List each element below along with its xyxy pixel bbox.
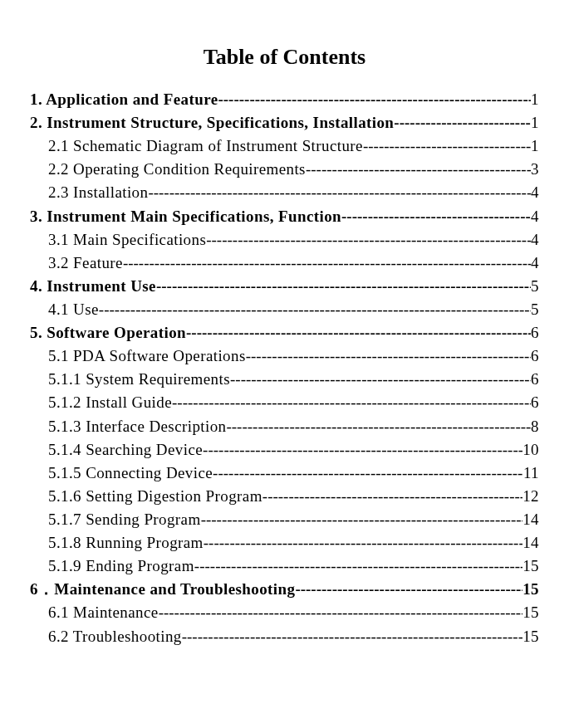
toc-entry: 5.1.4 Searching Device -----------------… (30, 438, 539, 462)
toc-entry-page: 14 (522, 508, 539, 531)
toc-entry-page: 1 (531, 134, 539, 158)
toc-entry-page: 6 (531, 344, 539, 368)
toc-entry-label: 3. Instrument Main Specifications, Funct… (30, 205, 341, 228)
toc-entry-label: 5.1.3 Interface Description (48, 415, 226, 438)
page-title: Table of Contents (30, 45, 539, 70)
toc-entry: 3. Instrument Main Specifications, Funct… (30, 205, 539, 228)
toc-entry-label: 2.3 Installation (48, 181, 148, 204)
toc-leader: ----------------------------------------… (213, 462, 523, 485)
toc-leader: ----------------------------------------… (394, 111, 531, 134)
toc-entry: 4.1 Use --------------------------------… (30, 298, 539, 321)
toc-entry: 5.1.5 Connecting Device ----------------… (30, 462, 539, 485)
toc-entry-page: 1 (531, 88, 539, 111)
toc-entry: 4. Instrument Use ----------------------… (30, 275, 539, 298)
toc-leader: ----------------------------------------… (246, 344, 531, 368)
toc-leader: ----------------------------------------… (204, 531, 522, 555)
toc-entry-page: 15 (522, 555, 539, 578)
toc-leader: ----------------------------------------… (206, 228, 531, 252)
toc-entry-page: 4 (531, 228, 539, 252)
toc-entry-page: 6 (531, 391, 539, 414)
toc-entry: 3.2 Feature ----------------------------… (30, 252, 539, 275)
toc-entry-label: 6.1 Maintenance (48, 601, 159, 624)
toc-entry-label: 5.1 PDA Software Operations (48, 344, 246, 368)
toc-leader: ----------------------------------------… (203, 438, 522, 462)
toc-leader: ----------------------------------------… (363, 134, 531, 158)
toc-entry-label: 2.1 Schematic Diagram of Instrument Stru… (48, 134, 363, 158)
toc-entry: 2. Instrument Structure, Specifications,… (30, 111, 539, 134)
toc-entry: 5.1.3 Interface Description ------------… (30, 415, 539, 438)
toc-entry: 5.1.9 Ending Program -------------------… (30, 555, 539, 578)
toc-leader: ----------------------------------------… (201, 508, 523, 531)
toc-entry-page: 5 (531, 298, 539, 321)
toc-entry: 2.2 Operating Condition Requirements ---… (30, 158, 539, 181)
toc-entry-label: 5.1.6 Setting Digestion Program (48, 485, 262, 508)
toc-leader: ----------------------------------------… (295, 578, 522, 601)
toc-leader: ----------------------------------------… (99, 298, 531, 321)
toc-leader: ----------------------------------------… (156, 275, 531, 298)
toc-entry-page: 1 (531, 111, 539, 134)
toc-leader: ----------------------------------------… (148, 181, 531, 204)
toc-entry-label: 5.1.8 Running Program (48, 531, 204, 555)
toc-entry: 2.3 Installation -----------------------… (30, 181, 539, 204)
toc-entry: 5. Software Operation ------------------… (30, 321, 539, 344)
toc-leader: ----------------------------------------… (262, 485, 522, 508)
toc-leader: ----------------------------------------… (194, 555, 522, 578)
toc-entry-page: 15 (522, 578, 539, 601)
toc-entry-label: 3.1 Main Specifications (48, 228, 206, 252)
toc-leader: ----------------------------------------… (186, 321, 531, 344)
toc-entry-page: 6 (531, 368, 539, 391)
toc-entry-label: 1. Application and Feature (30, 88, 218, 111)
toc-entry-page: 4 (531, 205, 539, 228)
toc-entry-label: 4.1 Use (48, 298, 99, 321)
toc-leader: ----------------------------------------… (226, 415, 531, 438)
toc-entry-label: 4. Instrument Use (30, 275, 156, 298)
toc-entry-label: 6.2 Troubleshooting (48, 625, 182, 648)
toc-entry-label: 5.1.4 Searching Device (48, 438, 203, 462)
toc-entry-page: 11 (523, 462, 539, 485)
toc-leader: ----------------------------------------… (123, 252, 531, 275)
toc-entry-label: 3.2 Feature (48, 252, 123, 275)
toc-entry: 6.1 Maintenance ------------------------… (30, 601, 539, 624)
toc-entry-label: 2. Instrument Structure, Specifications,… (30, 111, 394, 134)
toc-entry-page: 8 (531, 415, 539, 438)
toc-entry-page: 5 (531, 275, 539, 298)
toc-leader: ----------------------------------------… (182, 625, 523, 648)
toc-entry: 5.1.1 System Requirements --------------… (30, 368, 539, 391)
toc-leader: ----------------------------------------… (172, 391, 531, 414)
toc-entry-label: 5.1.5 Connecting Device (48, 462, 213, 485)
toc-entry-label: 5.1.1 System Requirements (48, 368, 230, 391)
toc-container: 1. Application and Feature -------------… (30, 88, 539, 648)
toc-entry-page: 12 (522, 485, 539, 508)
toc-leader: ----------------------------------------… (230, 368, 531, 391)
toc-entry: 1. Application and Feature -------------… (30, 88, 539, 111)
toc-entry-page: 6 (531, 321, 539, 344)
toc-entry-label: 5.1.2 Install Guide (48, 391, 172, 414)
toc-leader: ----------------------------------------… (306, 158, 531, 181)
toc-entry: 5.1 PDA Software Operations ------------… (30, 344, 539, 368)
toc-entry: 3.1 Main Specifications ----------------… (30, 228, 539, 252)
toc-entry: 5.1.7 Sending Program ------------------… (30, 508, 539, 531)
toc-entry-label: 2.2 Operating Condition Requirements (48, 158, 306, 181)
toc-entry-page: 15 (522, 601, 539, 624)
toc-entry: 5.1.2 Install Guide --------------------… (30, 391, 539, 414)
toc-entry-label: 5.1.9 Ending Program (48, 555, 194, 578)
toc-entry: 5.1.6 Setting Digestion Program --------… (30, 485, 539, 508)
toc-entry-label: 6．Maintenance and Troubleshooting (30, 578, 295, 601)
toc-entry-page: 10 (522, 438, 539, 462)
toc-leader: ----------------------------------------… (159, 601, 523, 624)
toc-leader: ----------------------------------------… (218, 88, 531, 111)
toc-entry: 2.1 Schematic Diagram of Instrument Stru… (30, 134, 539, 158)
toc-entry-page: 3 (531, 158, 539, 181)
toc-entry-page: 4 (531, 252, 539, 275)
toc-entry-page: 4 (531, 181, 539, 204)
toc-entry: 6.2 Troubleshooting --------------------… (30, 625, 539, 648)
toc-entry-label: 5.1.7 Sending Program (48, 508, 201, 531)
toc-entry: 6．Maintenance and Troubleshooting-------… (30, 578, 539, 601)
toc-entry-page: 14 (522, 531, 539, 555)
toc-entry-page: 15 (522, 625, 539, 648)
toc-entry-label: 5. Software Operation (30, 321, 186, 344)
toc-leader: ----------------------------------------… (341, 205, 531, 228)
toc-entry: 5.1.8 Running Program ------------------… (30, 531, 539, 555)
